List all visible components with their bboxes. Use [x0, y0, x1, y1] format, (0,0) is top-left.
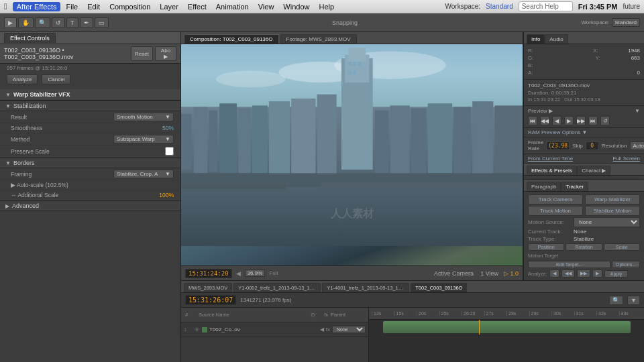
layer-1-name[interactable]: T002_Co..ov [209, 326, 318, 333]
tl-tab-mws[interactable]: MWS_2893.MOV [184, 283, 232, 292]
motion-source-dropdown[interactable]: None [574, 217, 640, 227]
preview-expand[interactable]: ▼ [635, 108, 640, 114]
hand-tool[interactable]: ✋ [18, 17, 34, 28]
warp-stabilizer-title[interactable]: ▼ Warp Stabilizer VFX [0, 89, 180, 101]
tl-search-btn[interactable]: 🔍 [609, 296, 623, 305]
menu-item-window[interactable]: Window [279, 2, 313, 11]
menu-item-view[interactable]: View [254, 2, 278, 11]
preview-loop-btn[interactable]: ↺ [600, 116, 610, 125]
tl-tab-t002[interactable]: T002_C003_09136O [411, 283, 467, 292]
playhead[interactable] [479, 320, 480, 335]
analyze-fwd-btn[interactable]: ▶▶ [577, 269, 590, 278]
menu-item-after-effects[interactable]: After Effects [13, 2, 61, 11]
comp-timecode[interactable]: 15:31:24:20 [185, 269, 232, 278]
tl-tab-y1-0002[interactable]: Y1-0002_trefz_1_2013-09-13_1529_C0006 [233, 283, 321, 292]
workspace-standard[interactable]: Standard [612, 18, 640, 27]
stabilize-motion-btn[interactable]: Stabilize Motion [585, 206, 640, 216]
frame-rate-input[interactable] [546, 141, 570, 150]
effect-controls-tab[interactable]: Effect Controls [4, 33, 56, 43]
analyze-bwd-btn[interactable]: ◀ [549, 269, 559, 278]
about-button[interactable]: Abo ▶ [155, 46, 176, 61]
cancel-button[interactable]: Cancel [42, 74, 70, 84]
tl-ruler: 12s 15s 20s 25s 26:20 27s 28s 29s 30s 31… [369, 308, 644, 320]
search-help-input[interactable]: Search Help [519, 1, 573, 11]
menu-item-effect[interactable]: Effect [184, 2, 211, 11]
tl-timecode[interactable]: 15:31:26:07 [185, 295, 236, 305]
menu-item-file[interactable]: File [62, 2, 82, 11]
autoscale-label[interactable]: ▶ Auto-scale (102.5%) [11, 182, 68, 188]
options-btn[interactable]: Options... [612, 261, 640, 268]
analyze-button[interactable]: Analyze [7, 74, 38, 84]
layer-1-parent-select[interactable]: None [332, 326, 366, 333]
tracker-section: Paragraph Tracker Track Camera Warp Stab… [524, 179, 644, 280]
menu-item-help[interactable]: Help [315, 2, 338, 11]
view-count-btn[interactable]: 1 View [479, 270, 500, 277]
character-tab[interactable]: Charact ▶ [577, 166, 610, 175]
preview-play-btn[interactable]: ▶ [564, 116, 574, 125]
preview-first-btn[interactable]: ⏮ [528, 116, 537, 125]
current-track-label: Current Track: [528, 229, 572, 235]
preview-fwd-btn[interactable]: ▶▶ [576, 116, 586, 125]
workspace-value[interactable]: Standard [486, 3, 513, 10]
smoothness-percent[interactable]: 50% [162, 125, 174, 131]
svg-rect-27 [453, 107, 471, 174]
zoom-select[interactable]: 36.9% [245, 269, 266, 277]
skip-input[interactable] [586, 141, 599, 150]
edit-target-btn[interactable]: Edit Target... [528, 261, 610, 268]
menu-item-composition[interactable]: Composition [105, 2, 154, 11]
analyze-back-btn[interactable]: ◀◀ [561, 269, 575, 278]
zoom-tool[interactable]: 🔍 [35, 17, 50, 28]
rotate-tool[interactable]: ↺ [52, 17, 65, 28]
comp-tab-main[interactable]: Composition: T002_C003_09136O [184, 34, 279, 44]
advanced-section[interactable]: ▶ Advanced [0, 200, 180, 211]
audio-tab[interactable]: Audio [545, 34, 568, 44]
reset-button[interactable]: Reset [131, 46, 153, 61]
ram-options[interactable]: RAM Preview Options ▼ [524, 128, 644, 137]
active-camera-btn[interactable]: Active Camera [433, 270, 475, 277]
tracker-tab[interactable]: Tracker [561, 182, 588, 191]
tl-tab-y1-4001[interactable]: Y1-4001_trefz_1_2013-09-13_1514_C0006 [322, 283, 409, 292]
info-tab[interactable]: Info [527, 34, 545, 44]
menu-item-layer[interactable]: Layer [156, 2, 182, 11]
menu-item-edit[interactable]: Edit [83, 2, 104, 11]
rect-tool[interactable]: ▭ [95, 17, 109, 28]
selection-tool[interactable]: ▶ [4, 17, 17, 28]
position-btn[interactable]: Position [528, 243, 564, 251]
preview-last-btn[interactable]: ⏭ [588, 116, 598, 125]
stabilization-section[interactable]: ▼ Stabilization [0, 101, 180, 111]
paragraph-tab[interactable]: Paragraph [527, 182, 561, 191]
preview-bwd-btn[interactable]: ◀◀ [540, 116, 549, 125]
track-camera-btn[interactable]: Track Camera [528, 194, 583, 204]
frames-info: 957 frames @ 15:31:26:0 [0, 64, 180, 72]
tl-solo-btn[interactable]: ▼ [627, 296, 640, 305]
analyze-forward-btn[interactable]: ▶ [592, 269, 602, 278]
framing-dropdown[interactable]: Stabilize, Crop, A ▼ [113, 170, 174, 178]
preview-back-btn[interactable]: ◀ [552, 116, 561, 125]
effects-presets-tab[interactable]: Effects & Presets [527, 166, 577, 175]
svg-rect-20 [358, 62, 361, 66]
track-type-label: Track Type: [528, 236, 572, 242]
resolution-btn[interactable]: Full [269, 270, 278, 276]
from-current-link[interactable]: From Current Time [528, 156, 573, 162]
layer-1-fx[interactable]: fx [326, 326, 330, 333]
result-dropdown[interactable]: Smooth Motion ▼ [113, 113, 174, 121]
menu-item-animation[interactable]: Animation [212, 2, 253, 11]
resolution-dropdown[interactable]: Auto ▼ [630, 141, 645, 150]
footage-tab[interactable]: Footage: MWS_2893.MOV [280, 34, 357, 44]
additional-scale-value[interactable]: 100% [159, 192, 174, 198]
warp-stabilizer-btn[interactable]: Warp Stabilizer [585, 194, 640, 204]
borders-section[interactable]: ▼ Borders [0, 158, 180, 168]
scale-btn[interactable]: Scale [604, 243, 640, 251]
rotation-btn[interactable]: Rotation [566, 243, 602, 251]
apply-btn[interactable]: Apply [604, 270, 629, 278]
tl-clip-main[interactable] [383, 321, 631, 333]
pen-tool[interactable]: ✒ [80, 17, 93, 28]
layer-1-options[interactable]: ◀ [320, 326, 324, 333]
track-motion-btn[interactable]: Track Motion [528, 206, 583, 216]
ruler-15s: 15s [394, 311, 417, 316]
method-dropdown[interactable]: Subspace Warp ▼ [113, 135, 174, 143]
layer-1-visibility[interactable]: 👁 [194, 326, 200, 333]
preserve-scale-checkbox[interactable] [165, 147, 174, 156]
text-tool[interactable]: T [66, 17, 78, 28]
full-screen-link[interactable]: Full Screen [613, 156, 640, 162]
